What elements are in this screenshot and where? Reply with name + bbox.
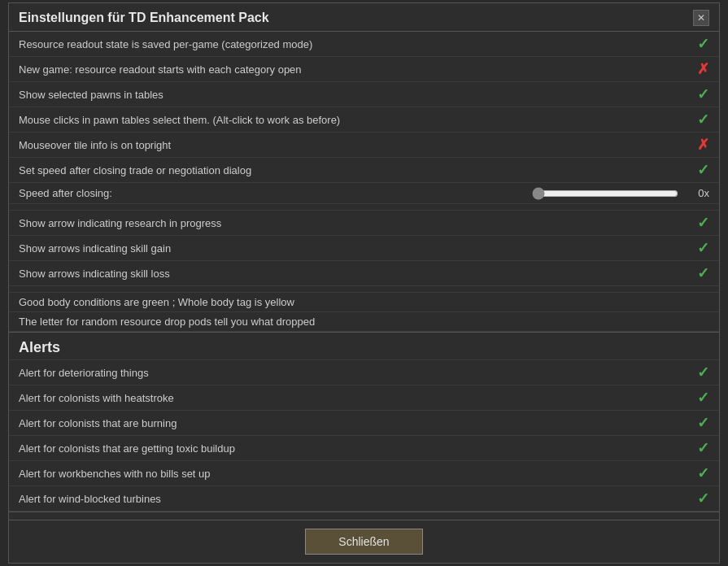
speed-slider-label: Speed after closing: — [19, 187, 124, 199]
setting-row-alert-workbenches[interactable]: Alert for workbenches with no bills set … — [9, 461, 719, 486]
setting-label-letter-drop: The letter for random resource drop pods… — [19, 316, 685, 328]
dialog-header: Einstellungen für TD Enhancement Pack ✕ — [9, 3, 719, 32]
setting-value-alert-toxic: ✓ — [685, 439, 709, 457]
setting-label-arrow-research: Show arrow indicating research in progre… — [19, 217, 685, 229]
close-dialog-button[interactable]: Schließen — [305, 529, 422, 555]
close-x-button[interactable]: ✕ — [693, 10, 709, 26]
slider-container: 0x — [124, 187, 709, 200]
setting-label-arrows-skill-loss: Show arrows indicating skill loss — [19, 268, 685, 280]
setting-row-alert-heatstroke[interactable]: Alert for colonists with heatstroke ✓ — [9, 385, 719, 411]
setting-row-arrow-research[interactable]: Show arrow indicating research in progre… — [9, 211, 719, 236]
setting-value-mouse-clicks: ✓ — [685, 111, 709, 128]
setting-label-alert-wind: Alert for wind-blocked turbines — [19, 493, 685, 505]
setting-value-mouseover-tile: ✗ — [685, 136, 709, 154]
section-header-ai-behavior: AI / behavior — [9, 512, 719, 520]
setting-row-new-game-resource[interactable]: New game: resource readout starts with e… — [9, 57, 719, 82]
setting-label-mouse-clicks: Mouse clicks in pawn tables select them.… — [19, 114, 685, 126]
setting-label-body-conditions: Good body conditions are green ; Whole b… — [19, 296, 685, 308]
setting-label-alert-burning: Alert for colonists that are burning — [19, 417, 685, 429]
setting-value-set-speed: ✓ — [685, 161, 709, 179]
setting-label-set-speed: Set speed after closing trade or negotia… — [19, 164, 685, 176]
setting-value-arrow-research: ✓ — [685, 214, 709, 232]
setting-label-alert-toxic: Alert for colonists that are getting tox… — [19, 442, 685, 455]
setting-value-alert-workbenches: ✓ — [685, 464, 709, 482]
dialog-footer: Schließen — [9, 520, 719, 563]
setting-row-alert-deteriorating[interactable]: Alert for deteriorating things ✓ — [9, 360, 719, 385]
setting-row-alert-toxic[interactable]: Alert for colonists that are getting tox… — [9, 436, 719, 461]
setting-row-letter-drop[interactable]: The letter for random resource drop pods… — [9, 312, 719, 332]
setting-value-alert-heatstroke: ✓ — [685, 389, 709, 407]
settings-dialog: Einstellungen für TD Enhancement Pack ✕ … — [8, 2, 720, 564]
setting-label-resource-readout-state: Resource readout state is saved per-game… — [19, 38, 685, 50]
setting-label-arrows-skill-gain: Show arrows indicating skill gain — [19, 242, 685, 255]
setting-row-mouse-clicks[interactable]: Mouse clicks in pawn tables select them.… — [9, 107, 719, 133]
setting-row-show-selected-pawns[interactable]: Show selected pawns in tables ✓ — [9, 82, 719, 107]
setting-label-mouseover-tile: Mouseover tile info is on topright — [19, 139, 685, 151]
setting-value-arrows-skill-loss: ✓ — [685, 264, 709, 282]
setting-value-new-game-resource: ✗ — [685, 60, 709, 78]
speed-slider-row: Speed after closing: 0x — [9, 183, 719, 204]
setting-value-alert-deteriorating: ✓ — [685, 364, 709, 381]
dialog-body: Resource readout state is saved per-game… — [9, 32, 719, 520]
setting-label-show-selected-pawns: Show selected pawns in tables — [19, 89, 685, 101]
section-header-alerts: Alerts — [9, 332, 719, 360]
setting-row-alert-wind[interactable]: Alert for wind-blocked turbines ✓ — [9, 486, 719, 512]
spacer-1 — [9, 204, 719, 211]
setting-row-alert-burning[interactable]: Alert for colonists that are burning ✓ — [9, 411, 719, 436]
setting-label-new-game-resource: New game: resource readout starts with e… — [19, 63, 685, 76]
settings-list: Resource readout state is saved per-game… — [9, 32, 719, 520]
setting-label-alert-workbenches: Alert for workbenches with no bills set … — [19, 468, 685, 480]
speed-slider-value: 0x — [685, 187, 709, 199]
setting-value-alert-wind: ✓ — [685, 490, 709, 507]
setting-row-arrows-skill-loss[interactable]: Show arrows indicating skill loss ✓ — [9, 261, 719, 286]
setting-value-resource-readout-state: ✓ — [685, 35, 709, 53]
setting-row-resource-readout-state[interactable]: Resource readout state is saved per-game… — [9, 32, 719, 57]
dialog-title: Einstellungen für TD Enhancement Pack — [19, 11, 269, 25]
setting-row-mouseover-tile[interactable]: Mouseover tile info is on topright ✗ — [9, 133, 719, 158]
setting-label-alert-heatstroke: Alert for colonists with heatstroke — [19, 392, 685, 404]
setting-row-set-speed[interactable]: Set speed after closing trade or negotia… — [9, 158, 719, 183]
setting-value-show-selected-pawns: ✓ — [685, 85, 709, 103]
setting-row-body-conditions[interactable]: Good body conditions are green ; Whole b… — [9, 293, 719, 312]
spacer-2 — [9, 286, 719, 293]
setting-value-arrows-skill-gain: ✓ — [685, 239, 709, 257]
setting-row-arrows-skill-gain[interactable]: Show arrows indicating skill gain ✓ — [9, 236, 719, 261]
setting-value-alert-burning: ✓ — [685, 414, 709, 432]
speed-slider-input[interactable] — [532, 187, 678, 200]
setting-label-alert-deteriorating: Alert for deteriorating things — [19, 367, 685, 379]
